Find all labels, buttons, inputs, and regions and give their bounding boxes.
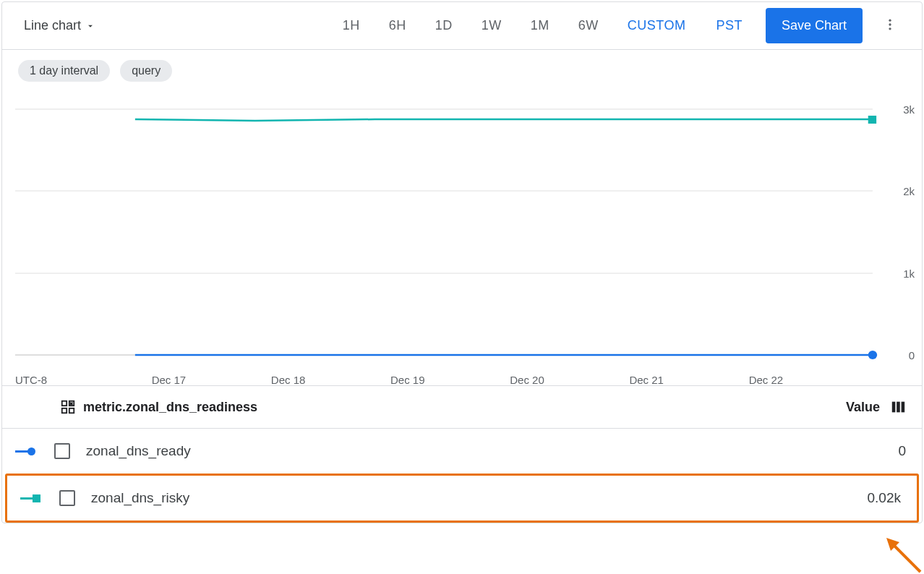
annotation-highlight-box: zonal_dns_risky 0.02k	[5, 474, 919, 523]
svg-rect-12	[69, 408, 74, 413]
legend-header-row: metric.zonal_dns_readiness Value	[2, 386, 922, 429]
x-tick-4: Dec 21	[629, 374, 664, 386]
save-chart-button[interactable]: Save Chart	[766, 8, 863, 43]
y-tick-1k: 1k	[903, 267, 915, 280]
x-tick-3: Dec 20	[510, 374, 544, 386]
series-value-risky: 0.02k	[868, 490, 901, 506]
svg-marker-17	[886, 538, 899, 551]
y-tick-2k: 2k	[903, 185, 915, 197]
breakdown-icon	[60, 399, 76, 415]
series-name-risky: zonal_dns_risky	[91, 490, 868, 506]
legend-table: metric.zonal_dns_readiness Value zonal_d…	[2, 385, 922, 523]
line-chart-svg	[15, 90, 915, 380]
chart-type-label: Line chart	[24, 18, 81, 33]
legend-value-header: Value	[846, 400, 880, 415]
svg-rect-7	[868, 116, 876, 124]
time-range-1w[interactable]: 1W	[467, 11, 516, 40]
columns-icon[interactable]	[890, 399, 906, 415]
more-vert-icon	[883, 17, 897, 32]
x-tick-1: Dec 18	[271, 374, 306, 386]
time-range-1d[interactable]: 1D	[421, 11, 467, 40]
series-marker-risky	[20, 493, 43, 503]
annotation-arrow-icon	[881, 532, 924, 574]
more-menu-button[interactable]	[873, 10, 907, 41]
checkbox-ready[interactable]	[54, 443, 70, 459]
series-value-ready: 0	[898, 443, 906, 459]
chart-type-selector[interactable]: Line chart	[24, 18, 95, 33]
svg-point-2	[889, 27, 891, 30]
svg-rect-11	[62, 408, 67, 413]
x-tick-5: Dec 22	[749, 374, 784, 386]
checkbox-risky[interactable]	[59, 490, 75, 506]
svg-point-8	[868, 351, 877, 359]
time-range-group: 1H 6H 1D 1W 1M 6W CUSTOM PST Save Chart	[328, 8, 907, 43]
y-tick-3k: 3k	[903, 103, 915, 116]
x-tick-2: Dec 19	[390, 374, 425, 386]
time-range-6h[interactable]: 6H	[375, 11, 421, 40]
svg-point-0	[889, 20, 891, 22]
chip-interval[interactable]: 1 day interval	[18, 60, 110, 82]
chart-toolbar: Line chart 1H 6H 1D 1W 1M 6W CUSTOM PST …	[2, 2, 922, 50]
legend-row-ready[interactable]: zonal_dns_ready 0	[2, 429, 922, 474]
svg-point-1	[889, 23, 891, 25]
x-tick-tz: UTC-8	[15, 374, 47, 386]
svg-rect-15	[902, 402, 905, 413]
time-range-1m[interactable]: 1M	[516, 11, 564, 40]
y-tick-0: 0	[909, 349, 915, 361]
legend-row-risky[interactable]: zonal_dns_risky 0.02k	[7, 476, 917, 521]
svg-rect-14	[897, 402, 900, 413]
svg-line-16	[891, 543, 920, 572]
series-marker-ready	[15, 446, 38, 456]
time-range-6w[interactable]: 6W	[564, 11, 613, 40]
legend-group-title: metric.zonal_dns_readiness	[83, 400, 257, 415]
time-range-custom[interactable]: CUSTOM	[613, 11, 701, 40]
caret-down-icon	[85, 21, 95, 31]
timezone-label[interactable]: PST	[700, 11, 758, 40]
x-tick-0: Dec 17	[152, 374, 187, 386]
chart-card: Line chart 1H 6H 1D 1W 1M 6W CUSTOM PST …	[1, 1, 923, 523]
chart-plot-area[interactable]: 3k 2k 1k 0 UTC-8 Dec 17 Dec 18 Dec 19 De…	[15, 90, 915, 380]
series-name-ready: zonal_dns_ready	[86, 443, 898, 459]
svg-rect-9	[62, 401, 67, 406]
svg-rect-13	[892, 402, 896, 413]
chip-query[interactable]: query	[120, 60, 172, 82]
time-range-1h[interactable]: 1H	[328, 11, 375, 40]
filter-chips: 1 day interval query	[2, 50, 922, 86]
